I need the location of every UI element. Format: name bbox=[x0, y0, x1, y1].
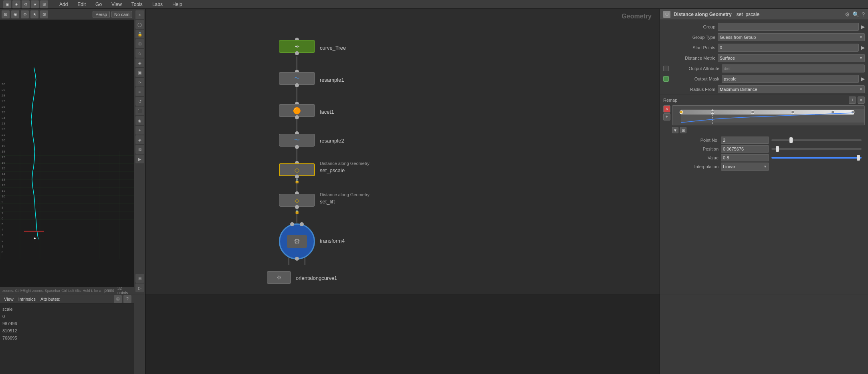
node-transform4[interactable]: ⚙ bbox=[279, 223, 315, 259]
tab-attributes[interactable]: Attributes: bbox=[39, 296, 62, 302]
side-icon-lock[interactable]: 🔒 bbox=[135, 30, 144, 38]
position-slider-thumb[interactable] bbox=[776, 146, 779, 152]
prop-start-points-expand-icon[interactable]: ▶ bbox=[861, 45, 865, 50]
side-icon-10[interactable]: ↺ bbox=[135, 97, 144, 106]
svg-text:21: 21 bbox=[2, 133, 5, 137]
remap-ctrl-expand[interactable]: ⊞ bbox=[680, 127, 686, 133]
menu-edit[interactable]: Edit bbox=[76, 1, 87, 8]
prop-output-mask-expand-icon[interactable]: ▶ bbox=[861, 76, 865, 82]
node-facet1[interactable]: 🟠 bbox=[279, 104, 315, 117]
nocam-button[interactable]: No cam bbox=[111, 11, 132, 18]
vp-icon-5[interactable]: ⊠ bbox=[40, 10, 48, 18]
properties-header: ⬡ Distance along Geometry set_pscale ⚙ 🔍… bbox=[660, 9, 868, 20]
node-set-pscale-connector-bottom[interactable] bbox=[295, 175, 299, 179]
bottom-toolbar-icon-1[interactable]: ⊞ bbox=[114, 295, 122, 303]
prop-search-icon[interactable]: 🔍 bbox=[852, 11, 859, 18]
remap-minus-btn[interactable]: × bbox=[663, 105, 670, 113]
node-resample2-connector-bottom[interactable] bbox=[295, 145, 299, 149]
attr-val3: 768695 bbox=[2, 334, 131, 342]
bottom-toolbar-icon-2[interactable]: ? bbox=[123, 295, 131, 303]
toolbar-icon-1[interactable]: ▣ bbox=[3, 0, 11, 8]
side-icon-1[interactable]: × bbox=[135, 10, 144, 19]
interpolation-dropdown[interactable]: Linear ▼ bbox=[721, 163, 769, 171]
prop-output-attr-input[interactable] bbox=[722, 64, 865, 72]
vp-icon-4[interactable]: ★ bbox=[30, 10, 38, 18]
side-icon-2[interactable]: ◯ bbox=[135, 20, 144, 29]
vp-icon-1[interactable]: ⊞ bbox=[2, 10, 10, 18]
prop-group-input[interactable] bbox=[718, 23, 859, 31]
menu-add[interactable]: Add bbox=[58, 1, 69, 8]
node-orientalongcurve1-box[interactable]: ⚙ bbox=[267, 271, 291, 284]
node-resample1[interactable]: 〜 bbox=[279, 72, 315, 85]
remap-graph[interactable] bbox=[672, 105, 865, 125]
remap-settings-btn[interactable]: × bbox=[858, 97, 865, 104]
side-icon-15[interactable]: ⊠ bbox=[135, 145, 144, 154]
node-set-lift-connector-bottom[interactable] bbox=[295, 205, 299, 209]
node-set-pscale-label: set_pscale bbox=[320, 167, 345, 173]
prop-group-type-arrow: ▼ bbox=[859, 35, 863, 39]
svg-text:16: 16 bbox=[2, 161, 5, 165]
node-transform4-circle[interactable]: ⚙ bbox=[279, 223, 315, 259]
node-curve-tree[interactable]: ✒ bbox=[279, 40, 315, 53]
vp-icon-3[interactable]: ⚙ bbox=[21, 10, 29, 18]
side-icon-13[interactable]: + bbox=[135, 126, 144, 135]
prop-group-type-dropdown[interactable]: Guess from Group ▼ bbox=[718, 33, 865, 41]
persp-button[interactable]: Persp bbox=[93, 11, 110, 18]
point-no-slider-thumb[interactable] bbox=[789, 137, 793, 143]
vp-icon-2[interactable]: ◉ bbox=[11, 10, 19, 18]
node-set-pscale[interactable]: ◇ 🔒 bbox=[279, 163, 315, 176]
side-icon-16[interactable]: ▶ bbox=[135, 155, 144, 163]
node-orientalongcurve1[interactable]: ⚙ bbox=[267, 271, 291, 284]
menu-go[interactable]: Go bbox=[94, 1, 103, 8]
remap-add-btn[interactable]: + bbox=[849, 97, 856, 104]
value-input[interactable] bbox=[721, 154, 769, 161]
toolbar-icon-4[interactable]: ★ bbox=[31, 0, 39, 8]
viewport-3d[interactable]: 30 29 28 27 26 25 24 23 22 21 20 19 18 1… bbox=[0, 20, 134, 287]
point-no-input[interactable] bbox=[721, 137, 769, 144]
node-editor[interactable]: Geometry ✒ curve_Tree bbox=[145, 9, 660, 294]
side-icon-12[interactable]: ◉ bbox=[135, 116, 144, 125]
prop-help-icon[interactable]: ? bbox=[862, 11, 865, 18]
node-set-lift[interactable]: ◇ 🔒 bbox=[279, 194, 315, 207]
position-input[interactable] bbox=[721, 145, 769, 153]
menu-labs[interactable]: Labs bbox=[151, 1, 164, 8]
side-icon-bottom-1[interactable]: ⊞ bbox=[135, 274, 144, 283]
prop-output-mask-checkbox[interactable] bbox=[663, 76, 669, 82]
node-curve-tree-connector-bottom[interactable] bbox=[295, 51, 299, 55]
prop-header-node-name: set_pscale bbox=[737, 12, 759, 17]
prop-start-points-input[interactable] bbox=[718, 44, 859, 52]
prop-output-mask-input[interactable] bbox=[722, 75, 859, 83]
prop-header-title: Distance along Geometry bbox=[674, 12, 732, 17]
side-icon-4[interactable]: ⊞ bbox=[135, 39, 144, 48]
side-icon-9[interactable]: ≡ bbox=[135, 87, 144, 96]
menu-tools[interactable]: Tools bbox=[130, 1, 144, 8]
tab-view[interactable]: View bbox=[2, 296, 15, 302]
prop-gear-icon[interactable]: ⚙ bbox=[845, 11, 850, 18]
side-icon-6[interactable]: ◈ bbox=[135, 58, 144, 67]
menu-help[interactable]: Help bbox=[171, 1, 184, 8]
remap-graph-controls: ▼ ⊞ bbox=[672, 127, 865, 133]
prop-output-attr-checkbox[interactable] bbox=[663, 66, 669, 71]
value-slider-thumb[interactable] bbox=[857, 155, 860, 161]
side-icon-7[interactable]: ▣ bbox=[135, 68, 144, 77]
node-resample1-connector-bottom[interactable] bbox=[295, 83, 299, 87]
remap-ctrl-minus[interactable]: ▼ bbox=[672, 127, 678, 133]
prop-radius-from-dropdown[interactable]: Maximum Distance ▼ bbox=[718, 85, 865, 93]
prop-distance-metric-dropdown[interactable]: Surface ▼ bbox=[718, 54, 865, 62]
menu-view[interactable]: View bbox=[110, 1, 123, 8]
side-icon-5[interactable]: ☆ bbox=[135, 49, 144, 58]
toolbar-icon-2[interactable]: ◈ bbox=[12, 0, 20, 8]
side-icon-11[interactable]: ⬛ bbox=[135, 107, 144, 115]
side-icon-8[interactable]: ⊳ bbox=[135, 78, 144, 86]
node-resample2[interactable]: 〜 bbox=[279, 134, 315, 147]
point-no-label: Point No. bbox=[666, 138, 719, 143]
remap-plus-btn[interactable]: + bbox=[663, 113, 670, 121]
node-facet1-connector-bottom[interactable] bbox=[295, 115, 299, 119]
toolbar-icon-3[interactable]: ⚙ bbox=[22, 0, 30, 8]
attr-val1: 987496 bbox=[2, 320, 131, 327]
prop-group-expand-icon[interactable]: ▶ bbox=[861, 24, 865, 30]
side-icon-bottom-2[interactable]: ▷ bbox=[135, 284, 144, 292]
side-icon-14[interactable]: ◈ bbox=[135, 135, 144, 144]
toolbar-icon-5[interactable]: ⊞ bbox=[40, 0, 48, 8]
tab-intrinsics[interactable]: Intrinsics bbox=[17, 296, 37, 302]
